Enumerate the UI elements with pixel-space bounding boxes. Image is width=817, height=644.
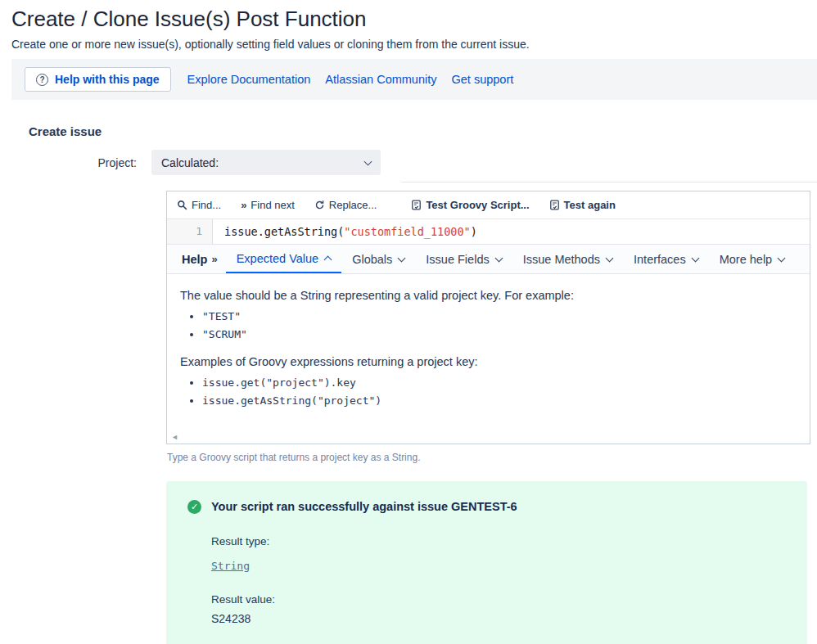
tab-issue-methods[interactable]: Issue Methods: [512, 245, 623, 273]
result-title: Your script ran successfully against iss…: [211, 500, 517, 514]
link-explore-documentation[interactable]: Explore Documentation: [187, 73, 311, 86]
search-icon: [177, 200, 187, 210]
link-get-support[interactable]: Get support: [452, 73, 514, 86]
tab-expected-value[interactable]: Expected Value: [226, 245, 342, 273]
result-type-link[interactable]: String: [211, 560, 250, 572]
tab-label: More help: [720, 253, 772, 266]
success-check-icon: ✓: [187, 500, 201, 514]
tab-globals[interactable]: Globals: [341, 245, 415, 273]
chevron-down-icon: [364, 157, 372, 165]
scroll-left-icon[interactable]: ◄: [171, 433, 178, 441]
code-line: issue.getAsString("customfield_11000"): [213, 219, 477, 244]
editor-toolbar: Find... » Find next Replace... Test Groo…: [167, 191, 810, 219]
horizontal-scrollbar[interactable]: ◄: [167, 430, 810, 444]
page-title: Create / Clone Issue(s) Post Function: [11, 7, 817, 32]
tab-interfaces[interactable]: Interfaces: [623, 245, 709, 273]
help-tab-bar: Help » Expected Value Globals Issue Fiel…: [167, 244, 810, 274]
list-item: issue.get("project").key: [202, 376, 797, 389]
question-circle-icon: ?: [36, 74, 48, 86]
result-header: ✓ Your script ran successfully against i…: [187, 500, 786, 514]
project-label: Project:: [11, 156, 151, 169]
tab-more-help[interactable]: More help: [709, 245, 795, 273]
link-atlassian-community[interactable]: Atlassian Community: [325, 73, 436, 86]
groovy-editor-panel: Find... » Find next Replace... Test Groo…: [166, 191, 810, 444]
find-next-button[interactable]: » Find next: [241, 199, 295, 211]
find-label: Find...: [192, 199, 221, 211]
chevron-down-icon: [691, 254, 699, 262]
result-value-label: Result value:: [211, 593, 786, 606]
help-label: Help »: [174, 245, 226, 273]
result-type-label: Result type:: [211, 535, 786, 547]
project-select[interactable]: Calculated:: [151, 150, 381, 175]
help-button-label: Help with this page: [55, 73, 160, 86]
test-again-label: Test again: [564, 199, 616, 211]
test-again-icon: [549, 200, 560, 210]
tab-label: Globals: [352, 253, 392, 266]
replace-label: Replace...: [329, 199, 377, 211]
code-editor[interactable]: 1 issue.getAsString("customfield_11000"): [167, 219, 810, 244]
help-content: The value should be a String representin…: [167, 274, 810, 425]
help-bar: ? Help with this page Explore Documentat…: [11, 59, 817, 100]
code-string-literal: "customfield_11000": [344, 225, 470, 238]
create-issue-heading: Create issue: [29, 124, 817, 138]
find-next-label: Find next: [251, 199, 294, 211]
test-again-button[interactable]: Test again: [549, 199, 616, 211]
page-subtitle: Create one or more new issue(s), optiona…: [11, 38, 817, 51]
test-script-label: Test Groovy Script...: [426, 199, 529, 211]
help-paragraph: The value should be a String representin…: [180, 289, 797, 302]
chevron-down-icon: [778, 254, 786, 262]
help-with-page-button[interactable]: ? Help with this page: [25, 67, 171, 92]
double-chevron-icon: »: [211, 253, 217, 265]
project-select-value: Calculated:: [161, 156, 365, 169]
list-item: "TEST": [202, 310, 797, 322]
find-next-icon: »: [241, 199, 246, 211]
replace-icon: [314, 200, 325, 210]
tab-label: Issue Fields: [426, 253, 489, 266]
replace-button[interactable]: Replace...: [314, 199, 377, 211]
line-number: 1: [167, 219, 213, 244]
help-paragraph: Examples of Groovy expressions returning…: [180, 355, 797, 368]
result-value: S24238: [211, 612, 786, 625]
list-item: "SCRUM": [202, 328, 797, 340]
page: Create / Clone Issue(s) Post Function Cr…: [0, 7, 817, 644]
tab-label: Issue Methods: [523, 253, 600, 266]
section-divider: [401, 182, 817, 182]
script-result-panel: ✓ Your script ran successfully against i…: [166, 481, 807, 644]
chevron-up-icon: [324, 255, 332, 263]
field-hint: Type a Groovy script that returns a proj…: [167, 452, 817, 463]
tab-label: Interfaces: [634, 253, 686, 266]
list-item: issue.getAsString("project"): [202, 394, 797, 407]
tab-issue-fields[interactable]: Issue Fields: [415, 245, 512, 273]
tab-label: Expected Value: [237, 252, 319, 265]
test-groovy-script-button[interactable]: Test Groovy Script...: [411, 199, 529, 211]
test-script-icon: [411, 200, 422, 210]
find-button[interactable]: Find...: [177, 199, 221, 211]
example-list: "TEST" "SCRUM": [202, 310, 797, 340]
chevron-down-icon: [494, 254, 503, 262]
help-label-text: Help: [182, 253, 207, 266]
code-post: ): [471, 225, 477, 238]
example-list: issue.get("project").key issue.getAsStri…: [202, 376, 797, 407]
code-pre: issue.getAsString(: [224, 225, 344, 238]
chevron-down-icon: [398, 254, 406, 262]
chevron-down-icon: [606, 254, 614, 262]
project-field-row: Project: Calculated:: [11, 150, 817, 175]
